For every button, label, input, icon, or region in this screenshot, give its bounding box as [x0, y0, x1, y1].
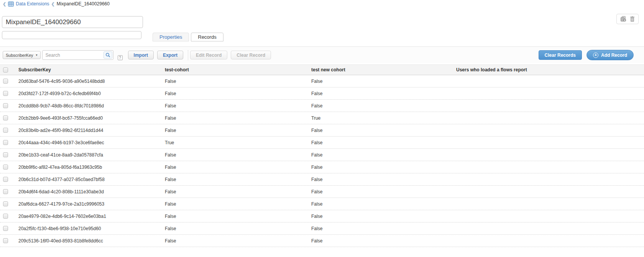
- data-extension-name-input[interactable]: [2, 16, 143, 28]
- row-checkbox-cell: [0, 103, 15, 108]
- select-all-checkbox[interactable]: [3, 68, 8, 72]
- table-row[interactable]: 20c44aaa-434c-4946-b197-3e3ce6fae8ecTrue…: [0, 137, 644, 149]
- search-field-selector[interactable]: SubscriberKey ▾: [3, 51, 41, 59]
- row-checkbox-cell: [0, 214, 15, 219]
- subscriber-key-cell: 20bb9f6c-af82-47ea-805d-f6a13963c95b: [15, 165, 162, 170]
- subscriber-key-cell: 20b4d6f4-6dad-4c20-808b-1111e30abe3d: [15, 189, 162, 194]
- table-header-row: SubscriberKey test-cohort test new cohor…: [0, 64, 644, 75]
- test-cohort-cell: False: [162, 177, 308, 182]
- records-table-body: 20d63baf-5476-4c95-9036-a90e5148bdd8Fals…: [0, 75, 644, 247]
- column-header-users-flows-report: Users who loaded a flows report: [453, 67, 644, 72]
- row-checkbox[interactable]: [3, 115, 8, 120]
- test-new-cohort-cell: False: [308, 238, 453, 244]
- records-toolbar: SubscriberKey ▾ ? Import Export Edit Rec…: [0, 46, 644, 63]
- column-header-test-cohort: test-cohort: [162, 67, 308, 72]
- row-checkbox[interactable]: [3, 152, 8, 157]
- row-checkbox[interactable]: [3, 79, 8, 84]
- test-new-cohort-cell: False: [308, 201, 453, 207]
- test-cohort-cell: False: [162, 152, 308, 158]
- subscriber-key-cell: 20be1b33-ceaf-41ce-8aa9-2da057887cfa: [15, 152, 162, 158]
- table-row[interactable]: 209c5136-16f0-40ed-8593-81b8fe8dd6ccFals…: [0, 235, 644, 247]
- table-row[interactable]: 20b6c31d-b07d-4377-a027-85c0aed7bf58Fals…: [0, 173, 644, 186]
- tab-properties[interactable]: Properties: [153, 33, 189, 41]
- test-new-cohort-cell: False: [308, 165, 453, 170]
- plus-icon: +: [593, 53, 598, 58]
- search-icon: [105, 53, 110, 58]
- table-row[interactable]: 20a2f5fc-f130-4be6-9f38-10e710e95d60Fals…: [0, 222, 644, 235]
- back-chevron-icon[interactable]: ❮: [3, 2, 6, 7]
- subscriber-key-cell: 20cdd8b8-9cb7-48db-86cc-8fdc7018986d: [15, 103, 162, 109]
- clear-records-button[interactable]: Clear Records: [539, 50, 582, 60]
- test-new-cohort-cell: True: [308, 115, 453, 121]
- row-checkbox[interactable]: [3, 238, 8, 243]
- test-cohort-cell: False: [162, 103, 308, 109]
- row-checkbox-cell: [0, 91, 15, 96]
- row-checkbox[interactable]: [3, 214, 8, 219]
- test-new-cohort-cell: False: [308, 91, 453, 96]
- test-new-cohort-cell: False: [308, 152, 453, 158]
- header-checkbox-cell: [0, 68, 15, 72]
- table-row[interactable]: 20d63baf-5476-4c95-9036-a90e5148bdd8Fals…: [0, 75, 644, 87]
- row-checkbox-cell: [0, 140, 15, 145]
- search-button[interactable]: [104, 51, 112, 59]
- breadcrumb: ❮ Data Extensions ❮ MixpanelDE_164002966…: [3, 1, 110, 7]
- table-row[interactable]: 20be1b33-ceaf-41ce-8aa9-2da057887cfaFals…: [0, 149, 644, 161]
- row-checkbox-cell: [0, 201, 15, 206]
- row-checkbox[interactable]: [3, 140, 8, 145]
- copy-icon[interactable]: [620, 16, 626, 22]
- records-table: SubscriberKey test-cohort test new cohor…: [0, 64, 644, 247]
- table-row[interactable]: 20bb9f6c-af82-47ea-805d-f6a13963c95bFals…: [0, 161, 644, 173]
- row-checkbox-cell: [0, 79, 15, 84]
- test-new-cohort-cell: False: [308, 128, 453, 133]
- table-row[interactable]: 20c83b4b-ad2e-45f0-89b2-6f2114dd1d44Fals…: [0, 124, 644, 137]
- row-checkbox[interactable]: [3, 201, 8, 206]
- column-header-test-new-cohort: test new cohort: [308, 67, 453, 72]
- add-record-label: Add Record: [601, 53, 627, 58]
- test-cohort-cell: True: [162, 140, 308, 145]
- data-extension-grid-icon: [8, 2, 14, 7]
- export-button[interactable]: Export: [157, 51, 183, 59]
- row-checkbox[interactable]: [3, 177, 8, 182]
- test-new-cohort-cell: False: [308, 189, 453, 194]
- row-checkbox[interactable]: [3, 226, 8, 231]
- trash-icon[interactable]: [630, 16, 635, 22]
- table-row[interactable]: 20af6dca-6627-4179-97ce-2a31c9996053Fals…: [0, 198, 644, 210]
- tab-records[interactable]: Records: [191, 33, 223, 41]
- search-box: [42, 50, 113, 60]
- import-button[interactable]: Import: [128, 51, 154, 59]
- toolbar-divider: [188, 50, 188, 60]
- breadcrumb-current-item: MixpanelDE_1640029660: [57, 1, 110, 7]
- header-action-icons: [616, 14, 639, 24]
- table-row[interactable]: 20cdd8b8-9cb7-48db-86cc-8fdc7018986dFals…: [0, 100, 644, 112]
- test-cohort-cell: False: [162, 238, 308, 244]
- clear-record-button[interactable]: Clear Record: [231, 51, 271, 59]
- row-checkbox[interactable]: [3, 165, 8, 170]
- row-checkbox[interactable]: [3, 128, 8, 133]
- add-record-button[interactable]: + Add Record: [586, 50, 634, 60]
- subscriber-key-cell: 20af6dca-6627-4179-97ce-2a31c9996053: [15, 201, 162, 207]
- test-new-cohort-cell: False: [308, 103, 453, 109]
- breadcrumb-data-extensions-link[interactable]: Data Extensions: [16, 1, 49, 7]
- row-checkbox[interactable]: [3, 103, 8, 108]
- subscriber-key-cell: 20ae4979-082e-4db6-9c14-7602e6e03ba1: [15, 214, 162, 219]
- table-row[interactable]: 20cb2bb9-9ee6-493f-bc67-755fcca66ed0Fals…: [0, 112, 644, 124]
- test-cohort-cell: False: [162, 189, 308, 194]
- table-row[interactable]: 20b4d6f4-6dad-4c20-808b-1111e30abe3dFals…: [0, 186, 644, 198]
- search-input[interactable]: [43, 51, 101, 59]
- edit-record-button[interactable]: Edit Record: [190, 51, 227, 59]
- subscriber-key-cell: 20cb2bb9-9ee6-493f-bc67-755fcca66ed0: [15, 115, 162, 121]
- row-checkbox[interactable]: [3, 91, 8, 96]
- row-checkbox[interactable]: [3, 189, 8, 194]
- row-checkbox-cell: [0, 152, 15, 157]
- subscriber-key-cell: 20b6c31d-b07d-4377-a027-85c0aed7bf58: [15, 177, 162, 182]
- test-cohort-cell: False: [162, 165, 308, 170]
- test-cohort-cell: False: [162, 91, 308, 96]
- table-row[interactable]: 20ae4979-082e-4db6-9c14-7602e6e03ba1Fals…: [0, 210, 644, 222]
- help-icon[interactable]: ?: [118, 55, 123, 60]
- tab-bar: Properties Records: [153, 33, 223, 41]
- data-extension-description-input[interactable]: [2, 31, 141, 39]
- test-cohort-cell: False: [162, 226, 308, 231]
- row-checkbox-cell: [0, 238, 15, 243]
- subscriber-key-cell: 20c83b4b-ad2e-45f0-89b2-6f2114dd1d44: [15, 128, 162, 133]
- table-row[interactable]: 20d3fd27-172f-4939-b72c-6cfedb69f4b0Fals…: [0, 87, 644, 100]
